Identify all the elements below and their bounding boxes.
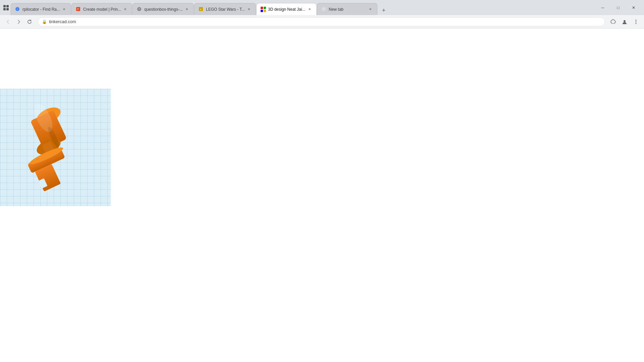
omnibox[interactable]: 🔒 tinkercad.com [38,17,605,26]
tab-1-favicon: r [15,7,20,12]
tab-6-label: New tab [329,7,366,12]
tab-4-close[interactable]: ✕ [246,7,252,12]
svg-point-20 [636,23,637,24]
profile-button[interactable] [619,16,630,27]
tab-new-tab[interactable]: New tab ✕ [317,3,377,15]
svg-text:L: L [200,8,202,10]
3d-preview-container [0,89,111,206]
omnibox-lock-icon: 🔒 [42,19,47,24]
browser-window: r rpilocator - Find Ra... ✕ P Create mod… [0,0,644,362]
tab-5-label: 3D design Neat Jai... [268,7,306,12]
tab-2-label: Create model | Prin... [83,7,121,12]
svg-rect-2 [3,8,6,10]
reload-button[interactable] [24,16,35,27]
tab-1-close[interactable]: ✕ [61,7,67,12]
tab-5-favicon [261,7,266,12]
tab-6-favicon [321,7,327,12]
svg-rect-12 [261,7,263,9]
title-bar: r rpilocator - Find Ra... ✕ P Create mod… [0,0,644,15]
svg-text:?: ? [139,8,140,11]
app-menu-button[interactable] [1,3,11,12]
svg-rect-3 [6,8,9,10]
window-controls: ─ □ ✕ [595,0,644,15]
forward-button[interactable] [13,16,24,27]
svg-rect-13 [264,7,266,9]
tab-strip: r rpilocator - Find Ra... ✕ P Create mod… [11,0,595,15]
tab-4-favicon: L [199,7,204,12]
back-button[interactable] [3,16,13,27]
svg-point-18 [636,19,637,20]
omnibox-url: tinkercad.com [49,19,601,24]
tab-4-label: LEGO Star Wars - T... [206,7,245,12]
tab-questionbox[interactable]: ? questionbox-things-... ✕ [132,3,194,15]
content-area [0,28,644,362]
tab-1-label: rpilocator - Find Ra... [22,7,60,12]
svg-text:P: P [77,8,79,11]
tab-2-favicon: P [76,7,81,12]
maximize-button[interactable]: □ [610,2,626,13]
svg-rect-15 [264,10,266,12]
new-tab-button[interactable]: + [379,6,388,15]
tab-3-favicon: ? [137,7,142,12]
3d-object-svg [12,94,99,201]
minimize-button[interactable]: ─ [595,2,610,13]
tab-3d-design[interactable]: 3D design Neat Jai... ✕ [256,3,317,15]
tab-lego[interactable]: L LEGO Star Wars - T... ✕ [194,3,256,15]
svg-point-17 [624,20,626,22]
toolbar: 🔒 tinkercad.com [0,15,644,28]
tab-5-close[interactable]: ✕ [307,7,312,12]
svg-rect-0 [3,5,6,7]
extensions-button[interactable] [608,16,619,27]
menu-button[interactable] [631,16,641,27]
tab-3-label: questionbox-things-... [144,7,183,12]
tab-6-close[interactable]: ✕ [368,7,373,12]
close-button[interactable]: ✕ [626,2,641,13]
tab-create-model[interactable]: P Create model | Prin... ✕ [71,3,132,15]
svg-point-19 [636,21,637,22]
svg-rect-1 [6,5,9,7]
3d-object [0,89,111,206]
tab-3-close[interactable]: ✕ [184,7,190,12]
tab-2-close[interactable]: ✕ [122,7,128,12]
tab-rpilocator[interactable]: r rpilocator - Find Ra... ✕ [11,3,71,15]
svg-rect-14 [261,10,263,12]
svg-point-16 [322,7,326,11]
toolbar-extras [608,16,641,27]
